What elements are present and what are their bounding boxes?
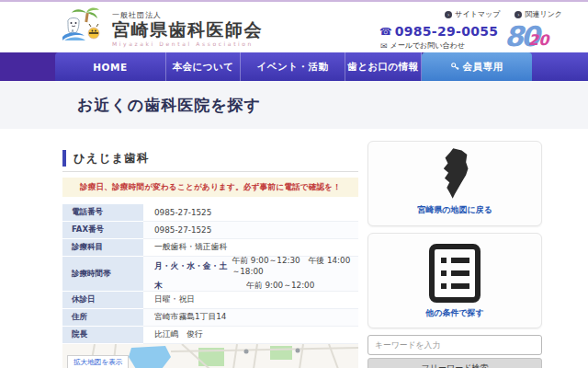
- other-conditions-label: 他の条件で探す: [425, 307, 484, 319]
- arrow-circle-icon: ›: [445, 11, 452, 18]
- site-logo[interactable]: 一般社団法人 宮崎県歯科医師会 Miyazaki Dental Associat…: [61, 6, 263, 52]
- org-name-en: Miyazaki Dental Association: [112, 40, 263, 47]
- related-links-link[interactable]: › 関連リンク: [514, 9, 562, 19]
- row-label: 電話番号: [62, 204, 143, 222]
- clinic-heading: ひえじま歯科: [62, 149, 358, 172]
- key-icon: [451, 63, 459, 71]
- free-word-search-label: フリーワード検索: [422, 362, 489, 368]
- table-row-director: 院長 比江嶋 俊行: [62, 327, 358, 344]
- nav-tab-dental-info[interactable]: 歯とお口の情報: [345, 52, 422, 81]
- sitemap-link-label: サイトマップ: [455, 9, 500, 19]
- related-links-label: 関連リンク: [525, 9, 562, 19]
- schedule-days: 月・火・水・金・土: [154, 261, 232, 272]
- nav-tab-events-label: イベント・活動: [257, 61, 329, 74]
- schedule-time: 午前 9:00～12:00: [246, 281, 314, 292]
- logo-text: 一般社団法人 宮崎県歯科医師会 Miyazaki Dental Associat…: [112, 10, 263, 48]
- row-label: 休診日: [62, 292, 143, 309]
- utility-links: › サイトマップ › 関連リンク: [445, 9, 562, 19]
- nav-tabs: HOME 本会について イベント・活動 歯とお口の情報 会員専用: [55, 52, 532, 81]
- nav-tab-about-label: 本会について: [173, 61, 234, 74]
- nav-tab-dental-info-label: 歯とお口の情報: [347, 61, 419, 74]
- arrow-circle-icon: ›: [514, 11, 522, 18]
- org-type-label: 一般社団法人: [112, 10, 263, 20]
- row-value: 0985-27-1525: [143, 204, 358, 222]
- nav-tab-home-label: HOME: [93, 62, 127, 73]
- row-value: 宮崎市霧島1丁目14: [143, 309, 358, 327]
- mail-contact-label: メールでお問い合わせ: [390, 40, 465, 51]
- main-nav: HOME 本会について イベント・活動 歯とお口の情報 会員専用: [0, 52, 588, 81]
- phone-number: 0985-29-0055: [395, 24, 499, 39]
- nav-tab-members-only-label: 会員専用: [463, 61, 503, 74]
- view-larger-map-link[interactable]: 拡大地図を表示: [67, 355, 129, 368]
- row-label: 院長: [62, 327, 143, 344]
- row-label: 診療時間帯: [62, 257, 143, 292]
- embedded-map[interactable]: 拡大地図を表示: [62, 344, 358, 368]
- sitemap-link[interactable]: › サイトマップ: [445, 9, 500, 19]
- schedule-time: 午前 9:00～12:30 午後 14:00～18:00: [232, 256, 358, 278]
- row-value: 0985-27-1525: [143, 222, 358, 239]
- page-title: お近くの歯科医院を探す: [77, 95, 261, 116]
- mascot-icon: [61, 6, 108, 52]
- phone-icon: ☎: [379, 26, 392, 38]
- table-row-fax: FAX番号 0985-27-1525: [62, 222, 358, 239]
- back-to-map-card[interactable]: 宮崎県の地図に戻る: [368, 141, 542, 226]
- logo-8020: 80 20: [504, 20, 576, 52]
- row-label: 診療科目: [62, 239, 143, 257]
- row-value: 日曜・祝日: [143, 292, 358, 309]
- table-row-address: 住所 宮崎市霧島1丁目14: [62, 309, 358, 327]
- row-label: 住所: [62, 309, 143, 327]
- free-word-search-button[interactable]: フリーワード検索: [368, 358, 542, 368]
- nav-filler: [528, 52, 588, 81]
- miyazaki-prefecture-silhouette-icon: [427, 147, 482, 201]
- page-root: 一般社団法人 宮崎県歯科医師会 Miyazaki Dental Associat…: [0, 0, 588, 368]
- logo-8020-twenty: 20: [528, 31, 548, 49]
- nav-tab-events[interactable]: イベント・活動: [241, 52, 345, 81]
- back-to-map-label: 宮崎県の地図に戻る: [417, 204, 492, 216]
- org-name: 宮崎県歯科医師会: [112, 20, 263, 40]
- notice-banner: 診療日、診療時間が変わることがあります。必ず事前に電話で確認を！: [62, 178, 358, 197]
- row-label: FAX番号: [62, 222, 143, 239]
- site-header: 一般社団法人 宮崎県歯科医師会 Miyazaki Dental Associat…: [0, 2, 588, 52]
- table-row-hours: 診療時間帯 月・火・水・金・土 午前 9:00～12:30 午後 14:00～1…: [62, 257, 358, 292]
- clinic-name: ひえじま歯科: [74, 151, 149, 167]
- notice-text: 診療日、診療時間が変わることがあります。必ず事前に電話で確認を！: [80, 182, 341, 193]
- list-icon: [424, 243, 485, 304]
- other-conditions-card[interactable]: 他の条件で探す: [368, 233, 542, 328]
- nav-tab-home[interactable]: HOME: [55, 52, 166, 81]
- nav-tab-members-only[interactable]: 会員専用: [422, 52, 532, 81]
- table-row-phone: 電話番号 0985-27-1525: [62, 204, 358, 222]
- clinic-info-table: 電話番号 0985-27-1525 FAX番号 0985-27-1525 診療科…: [62, 204, 358, 344]
- schedule-line: 月・火・水・金・土 午前 9:00～12:30 午後 14:00～18:00: [154, 256, 358, 278]
- row-value-schedule: 月・火・水・金・土 午前 9:00～12:30 午後 14:00～18:00 木…: [143, 257, 358, 292]
- nav-tab-about[interactable]: 本会について: [166, 52, 241, 81]
- row-value: 比江嶋 俊行: [143, 327, 358, 344]
- mail-icon: ✉: [380, 41, 388, 51]
- table-row-closed: 休診日 日曜・祝日: [62, 292, 358, 309]
- mail-contact-link[interactable]: ✉ メールでお問い合わせ: [380, 40, 465, 51]
- keyword-search-input[interactable]: [368, 335, 542, 355]
- schedule-line: 木 午前 9:00～12:00: [154, 281, 358, 292]
- header-phone: ☎ 0985-29-0055: [379, 24, 498, 39]
- table-row-department: 診療科目 一般歯科・矯正歯科: [62, 239, 358, 257]
- row-value: 一般歯科・矯正歯科: [143, 239, 358, 257]
- page-title-bar: お近くの歯科医院を探す: [0, 81, 588, 129]
- schedule-days: 木: [154, 281, 246, 292]
- heading-accent-bar: [62, 150, 66, 167]
